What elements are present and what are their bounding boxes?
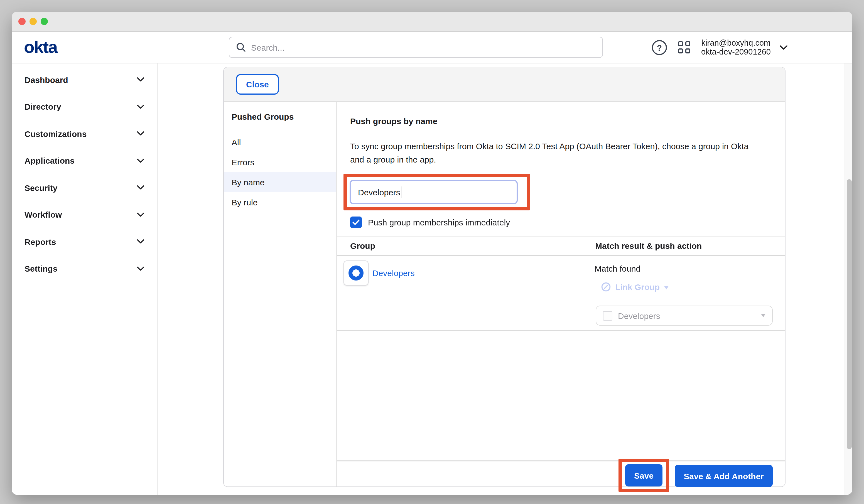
scrollbar-thumb[interactable] — [847, 179, 851, 449]
pushed-groups-dialog: Close Pushed Groups All Errors By name B… — [223, 67, 785, 487]
sidebar-item-reports[interactable]: Reports — [12, 228, 157, 255]
save-button[interactable]: Save — [625, 464, 662, 487]
traffic-light-zoom-icon[interactable] — [41, 18, 48, 25]
chevron-down-icon — [137, 267, 144, 271]
subnav-item-by-rule[interactable]: By rule — [224, 192, 336, 212]
check-icon — [352, 219, 360, 225]
link-group-label: Link Group — [615, 282, 660, 292]
sidebar-item-dashboard[interactable]: Dashboard — [12, 66, 157, 93]
titlebar — [12, 12, 852, 32]
group-name-input[interactable]: Developers — [350, 180, 518, 204]
desktop: okta Search... ? kiran@boxyhq.com okt — [0, 0, 864, 504]
user-account-menu[interactable]: kiran@boxyhq.com okta-dev-20901260 — [701, 38, 771, 57]
traffic-light-close-icon[interactable] — [19, 18, 26, 25]
search-placeholder: Search... — [251, 43, 285, 52]
pushed-groups-subnav: Pushed Groups All Errors By name By rule — [224, 102, 337, 487]
subnav-title: Pushed Groups — [224, 112, 336, 121]
app-group-select-value: Developers — [618, 311, 660, 320]
browser-window: okta Search... ? kiran@boxyhq.com okt — [12, 12, 852, 495]
link-icon — [601, 282, 611, 292]
text-cursor — [401, 186, 402, 198]
sidebar-item-label: Dashboard — [24, 75, 68, 85]
main-row: Dashboard Directory Customizations Appli… — [12, 63, 852, 495]
search-input[interactable]: Search... — [229, 37, 603, 58]
group-name-input-value: Developers — [358, 187, 400, 197]
push-immediately-checkbox[interactable] — [350, 217, 362, 228]
sidebar-item-security[interactable]: Security — [12, 174, 157, 201]
group-avatar — [344, 260, 369, 285]
chevron-down-icon — [137, 77, 144, 82]
app-header: okta Search... ? kiran@boxyhq.com okt — [12, 32, 852, 63]
okta-logo[interactable]: okta — [24, 37, 57, 57]
sidebar-item-applications[interactable]: Applications — [12, 147, 157, 174]
help-icon[interactable]: ? — [652, 40, 667, 55]
scrollbar-track[interactable] — [844, 63, 852, 495]
chevron-down-icon — [137, 105, 144, 109]
annotation-highlight-save: Save — [619, 459, 669, 492]
annotation-highlight-input: Developers — [344, 174, 530, 211]
content-area: Close Pushed Groups All Errors By name B… — [158, 63, 852, 495]
sidebar-item-customizations[interactable]: Customizations — [12, 120, 157, 147]
push-immediately-row: Push group memberships immediately — [350, 217, 773, 228]
divider — [337, 330, 785, 331]
sidebar-item-label: Settings — [24, 264, 57, 274]
chevron-down-icon — [137, 213, 144, 217]
divider — [337, 255, 785, 256]
search-icon — [236, 42, 246, 52]
app-group-select[interactable]: Developers — [596, 305, 773, 326]
caret-down-icon — [761, 314, 766, 317]
subnav-item-by-name[interactable]: By name — [224, 172, 336, 192]
link-group-button[interactable]: Link Group — [601, 282, 669, 292]
caret-down-icon — [664, 286, 669, 289]
sidebar-item-label: Security — [24, 183, 57, 193]
dialog-body: Pushed Groups All Errors By name By rule… — [224, 102, 785, 487]
chevron-down-icon — [137, 132, 144, 136]
sidebar-item-directory[interactable]: Directory — [12, 93, 157, 120]
sidebar-item-label: Applications — [24, 156, 75, 166]
table-row: Developers Match found — [350, 258, 773, 326]
form-description: To sync group memberships from Okta to S… — [350, 140, 763, 166]
match-result-cell: Match found Link Group — [595, 258, 773, 326]
apps-grid-icon[interactable] — [678, 41, 690, 53]
group-name-link[interactable]: Developers — [372, 268, 415, 277]
app-group-checkbox-icon — [603, 311, 612, 320]
subnav-item-all[interactable]: All — [224, 132, 336, 152]
sidebar-item-label: Directory — [24, 102, 61, 111]
chevron-down-icon — [137, 185, 144, 190]
dialog-footer: Save Save & Add Another — [337, 460, 785, 487]
push-immediately-label: Push group memberships immediately — [368, 218, 510, 227]
match-result-text: Match found — [595, 264, 773, 273]
header-right-cluster: ? kiran@boxyhq.com okta-dev-20901260 — [652, 32, 788, 63]
sidebar-item-workflow[interactable]: Workflow — [12, 201, 157, 228]
close-button[interactable]: Close — [236, 74, 279, 95]
column-header-match: Match result & push action — [595, 241, 773, 251]
sidebar-item-label: Customizations — [24, 129, 86, 139]
chevron-down-icon — [137, 240, 144, 244]
chevron-down-icon[interactable] — [780, 45, 788, 50]
sidebar-item-settings[interactable]: Settings — [12, 255, 157, 282]
traffic-light-minimize-icon[interactable] — [29, 18, 37, 25]
dialog-header: Close — [224, 67, 785, 102]
user-email: kiran@boxyhq.com — [701, 38, 771, 47]
sidebar-nav: Dashboard Directory Customizations Appli… — [12, 63, 158, 495]
column-header-group: Group — [350, 241, 595, 251]
sidebar-item-label: Workflow — [24, 210, 62, 219]
chevron-down-icon — [137, 159, 144, 163]
okta-group-cell: Developers — [350, 258, 595, 287]
user-org: okta-dev-20901260 — [701, 47, 771, 57]
push-by-name-panel: Push groups by name To sync group member… — [337, 102, 785, 487]
sidebar-item-label: Reports — [24, 237, 56, 247]
save-add-another-button[interactable]: Save & Add Another — [675, 465, 773, 487]
form-title: Push groups by name — [350, 116, 773, 126]
okta-group-ring-icon — [348, 265, 363, 280]
match-table-header: Group Match result & push action — [350, 237, 773, 255]
subnav-item-errors[interactable]: Errors — [224, 152, 336, 172]
